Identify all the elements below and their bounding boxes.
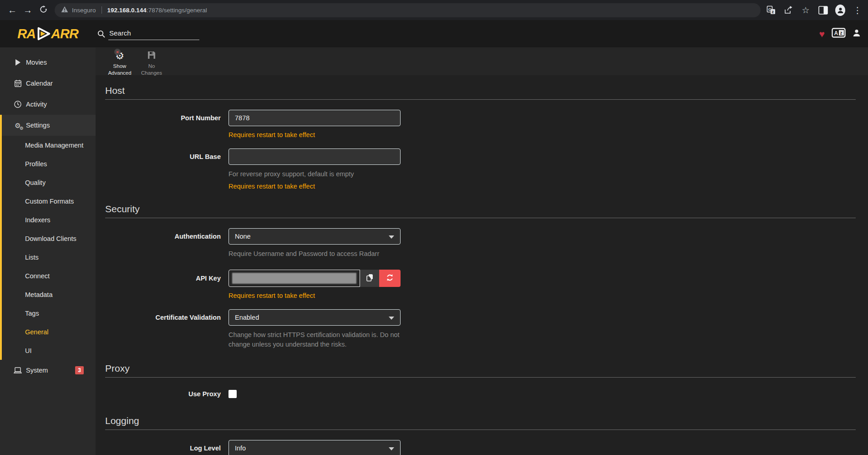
log-level-label: Log Level [105, 440, 221, 455]
section-logging: Logging Log Level Info [105, 415, 856, 455]
main-panel: ⚙ × Show Advanced No Changes Host [96, 47, 868, 455]
certificate-validation-label: Certificate Validation [105, 309, 221, 326]
browser-back-button[interactable]: ← [5, 2, 20, 18]
section-title-host: Host [105, 85, 856, 100]
no-changes-label: No Changes [138, 63, 165, 77]
sidebar-item-general[interactable]: General [2, 322, 96, 341]
logo-text-left: RA [17, 26, 36, 41]
section-title-proxy: Proxy [105, 363, 856, 378]
sidebar-settings-group: ⚙ ⚙ Settings Media Management Profiles Q… [0, 115, 96, 360]
use-proxy-checkbox[interactable] [228, 390, 237, 398]
browser-forward-button[interactable]: → [20, 2, 36, 18]
port-number-input[interactable] [228, 110, 401, 126]
section-title-logging: Logging [105, 415, 856, 430]
not-secure-warning-icon[interactable] [61, 6, 68, 15]
chevron-down-icon [389, 317, 394, 320]
browser-toolbar: ← → Inseguro 192.168.0.144 :7878/setting… [0, 0, 868, 20]
sidebar-item-ui[interactable]: UI [2, 341, 96, 360]
authentication-label: Authentication [105, 228, 221, 245]
system-health-badge: 3 [75, 366, 84, 374]
api-key-label: API Key [105, 270, 221, 287]
logo-text-right: ARR [51, 26, 78, 41]
chevron-down-icon [389, 235, 394, 239]
sidebar-item-calendar[interactable]: Calendar [0, 73, 96, 94]
browser-menu-kebab-icon[interactable]: ⋮ [853, 5, 863, 15]
authentication-value: None [235, 233, 251, 240]
security-state-label[interactable]: Inseguro [72, 7, 96, 14]
sidebar-item-indexers[interactable]: Indexers [2, 210, 96, 229]
translate-icon[interactable]: Gz [766, 5, 776, 15]
page-toolbar: ⚙ × Show Advanced No Changes [96, 47, 868, 75]
sidebar-item-profiles[interactable]: Profiles [2, 154, 96, 173]
url-base-help: For reverse proxy support, default is em… [228, 169, 401, 179]
calendar-icon [14, 80, 22, 87]
global-search [97, 28, 199, 40]
radarr-logo[interactable]: RA ARR [0, 25, 96, 42]
url-base-input[interactable] [228, 148, 401, 165]
log-level-row: Log Level Info [105, 440, 856, 455]
sidebar-item-custom-formats[interactable]: Custom Formats [2, 192, 96, 210]
floppy-save-icon [147, 51, 156, 61]
browser-profile-avatar[interactable] [835, 5, 845, 15]
sidebar-item-label: Calendar [26, 80, 53, 87]
api-key-redacted-value [232, 273, 356, 284]
api-key-input[interactable] [228, 270, 360, 287]
sidebar-item-media-management[interactable]: Media Management [2, 136, 96, 154]
copy-api-key-button[interactable] [360, 270, 379, 287]
save-changes-button[interactable]: No Changes [136, 50, 168, 77]
share-icon[interactable] [783, 5, 793, 15]
sidebar-item-label: Movies [26, 59, 47, 66]
port-number-label: Port Number [105, 110, 221, 126]
sidebar-item-movies[interactable]: Movies [0, 52, 96, 73]
use-proxy-label: Use Proxy [105, 390, 221, 398]
sidebar-item-settings[interactable]: ⚙ ⚙ Settings [2, 115, 96, 136]
regenerate-api-key-button[interactable] [379, 270, 401, 287]
authentication-select[interactable]: None [228, 228, 401, 245]
browser-reload-button[interactable] [36, 2, 51, 18]
port-restart-warning: Requires restart to take effect [228, 131, 401, 138]
advanced-off-x-icon: × [114, 49, 121, 55]
certificate-validation-select[interactable]: Enabled [228, 309, 401, 326]
reload-icon [40, 5, 47, 15]
sidebar-item-system[interactable]: System 3 [0, 360, 96, 381]
sidebar-item-tags[interactable]: Tags [2, 304, 96, 322]
donate-heart-icon[interactable]: ♥ [819, 29, 825, 39]
sidebar-item-metadata[interactable]: Metadata [2, 285, 96, 304]
sidebar-item-lists[interactable]: Lists [2, 248, 96, 266]
side-panel-icon[interactable] [818, 5, 828, 15]
play-icon [14, 59, 22, 66]
sidebar-item-label: Activity [26, 101, 47, 108]
log-level-select[interactable]: Info [228, 440, 401, 455]
user-icon[interactable] [853, 29, 861, 39]
sidebar-item-quality[interactable]: Quality [2, 173, 96, 192]
translate-page-icon[interactable]: Az [832, 28, 846, 40]
laptop-icon [14, 367, 22, 374]
show-advanced-button[interactable]: ⚙ × Show Advanced [104, 50, 136, 77]
certificate-validation-help: Change how strict HTTPS certification va… [228, 330, 401, 349]
authentication-help: Require Username and Password to access … [228, 249, 401, 259]
sidebar-item-download-clients[interactable]: Download Clients [2, 229, 96, 248]
copy-icon [366, 274, 373, 283]
settings-general-content: Host Port Number Requires restart to tak… [96, 85, 868, 455]
section-security: Security Authentication None Require Use… [105, 204, 856, 349]
certificate-validation-row: Certificate Validation Enabled Change ho… [105, 309, 856, 349]
sidebar-item-activity[interactable]: Activity [0, 94, 96, 115]
authentication-row: Authentication None Require Username and… [105, 228, 856, 259]
url-base-row: URL Base For reverse proxy support, defa… [105, 148, 856, 190]
api-key-restart-warning: Requires restart to take effect [228, 292, 401, 299]
port-number-row: Port Number Requires restart to take eff… [105, 110, 856, 138]
search-icon [97, 30, 105, 38]
search-input[interactable] [108, 28, 199, 40]
sidebar-item-label: Settings [26, 122, 50, 129]
api-key-row: API Key [105, 270, 856, 299]
url-base-restart-warning: Requires restart to take effect [228, 183, 401, 190]
bookmark-star-icon[interactable]: ☆ [801, 5, 811, 15]
sidebar-item-connect[interactable]: Connect [2, 266, 96, 285]
clock-icon [14, 101, 22, 108]
url-path: :7878/settings/general [147, 7, 207, 14]
use-proxy-row: Use Proxy [105, 389, 856, 398]
address-bar[interactable]: Inseguro 192.168.0.144 :7878/settings/ge… [55, 3, 761, 17]
url-base-label: URL Base [105, 148, 221, 165]
sidebar-item-label: System [26, 367, 48, 374]
chevron-down-icon [389, 447, 394, 450]
